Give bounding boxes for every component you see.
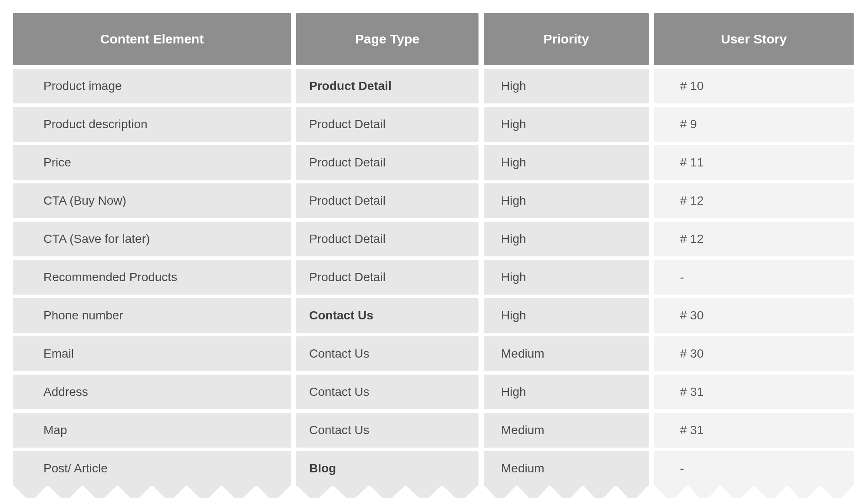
header-page-type: Page Type — [296, 13, 479, 65]
cell-page-type: Product Detail — [296, 260, 479, 295]
cell-user-story-text: # 9 — [680, 117, 697, 131]
cell-user-story-text: # 10 — [680, 79, 704, 93]
cell-page-type-text: Product Detail — [309, 117, 386, 131]
cell-user-story: # 12 — [654, 222, 854, 256]
cell-user-story-text: # 12 — [680, 232, 704, 246]
cell-content-element: Map — [13, 413, 291, 448]
cell-user-story-text: - — [680, 270, 684, 284]
cell-page-type-text: Product Detail — [309, 270, 386, 284]
cell-page-type-text: Product Detail — [309, 194, 386, 208]
cell-content-element: Recommended Products — [13, 260, 291, 295]
cell-page-type-text: Product Detail — [309, 156, 386, 169]
cell-priority-text: High — [501, 79, 526, 93]
torn-edge-icon — [13, 485, 291, 498]
cell-priority: High — [484, 260, 649, 295]
cell-priority-text: High — [501, 385, 526, 399]
cell-page-type: Contact Us — [296, 336, 479, 371]
cell-page-type: Contact Us — [296, 413, 479, 448]
cell-priority-text: High — [501, 156, 526, 169]
cell-page-type-text: Contact Us — [309, 423, 370, 437]
cell-user-story-text: # 30 — [680, 309, 704, 322]
cell-user-story-text: # 30 — [680, 347, 704, 361]
cell-content-element-text: Product image — [43, 79, 122, 93]
cell-priority: High — [484, 222, 649, 256]
cell-priority: Medium — [484, 451, 649, 486]
table-row: CTA (Buy Now)Product DetailHigh# 12 — [13, 183, 855, 218]
cell-content-element: CTA (Save for later) — [13, 222, 291, 256]
table-row: MapContact UsMedium# 31 — [13, 413, 855, 448]
cell-user-story: # 30 — [654, 298, 854, 333]
cell-content-element-text: Price — [43, 156, 71, 169]
cell-user-story: - — [654, 451, 854, 486]
cell-user-story-text: # 31 — [680, 385, 704, 399]
cell-priority: Medium — [484, 336, 649, 371]
table-row: Recommended ProductsProduct DetailHigh- — [13, 260, 855, 295]
header-priority: Priority — [484, 13, 649, 65]
cell-page-type-text: Contact Us — [309, 309, 373, 322]
table-row: Post/ ArticleBlogMedium- — [13, 451, 855, 486]
table-row: AddressContact UsHigh# 31 — [13, 375, 855, 409]
cell-user-story: # 30 — [654, 336, 854, 371]
cell-page-type: Product Detail — [296, 183, 479, 218]
cell-content-element: Phone number — [13, 298, 291, 333]
cell-priority: High — [484, 298, 649, 333]
header-user-story: User Story — [654, 13, 854, 65]
cell-user-story: # 31 — [654, 413, 854, 448]
cell-content-element-text: CTA (Save for later) — [43, 232, 150, 246]
cell-priority-text: High — [501, 309, 526, 322]
cell-priority-text: Medium — [501, 461, 545, 475]
cell-user-story: - — [654, 260, 854, 295]
cell-content-element-text: CTA (Buy Now) — [43, 194, 126, 208]
cell-content-element: Address — [13, 375, 291, 409]
cell-priority-text: Medium — [501, 423, 545, 437]
cell-page-type: Product Detail — [296, 69, 479, 103]
table-row: Product imageProduct DetailHigh# 10 — [13, 69, 855, 103]
cell-page-type: Product Detail — [296, 222, 479, 256]
cell-page-type: Contact Us — [296, 298, 479, 333]
cell-user-story-text: - — [680, 461, 684, 475]
cell-content-element-text: Email — [43, 347, 74, 361]
cell-content-element-text: Product description — [43, 117, 148, 131]
cell-page-type-text: Product Detail — [309, 232, 386, 246]
header-content-element: Content Element — [13, 13, 291, 65]
table-row: Phone numberContact UsHigh# 30 — [13, 298, 855, 333]
torn-edge-icon — [654, 485, 854, 498]
table-row: PriceProduct DetailHigh# 11 — [13, 145, 855, 180]
cell-priority: High — [484, 183, 649, 218]
cell-page-type-text: Product Detail — [309, 79, 392, 93]
cell-content-element-text: Recommended Products — [43, 270, 177, 284]
cell-content-element-text: Map — [43, 423, 67, 437]
cell-content-element-text: Phone number — [43, 309, 123, 322]
cell-content-element-text: Post/ Article — [43, 461, 108, 475]
cell-content-element: Product description — [13, 107, 291, 142]
cell-user-story-text: # 11 — [680, 156, 704, 169]
cell-page-type-text: Contact Us — [309, 347, 370, 361]
table-row: Product descriptionProduct DetailHigh# 9 — [13, 107, 855, 142]
cell-user-story: # 11 — [654, 145, 854, 180]
cell-content-element-text: Address — [43, 385, 88, 399]
cell-user-story: # 10 — [654, 69, 854, 103]
cell-priority: High — [484, 145, 649, 180]
cell-user-story-text: # 31 — [680, 423, 704, 437]
cell-priority-text: Medium — [501, 347, 545, 361]
cell-page-type: Blog — [296, 451, 479, 486]
torn-edge-icon — [484, 485, 649, 498]
cell-user-story: # 12 — [654, 183, 854, 218]
cell-user-story-text: # 12 — [680, 194, 704, 208]
table-row: EmailContact UsMedium# 30 — [13, 336, 855, 371]
cell-page-type-text: Contact Us — [309, 385, 370, 399]
table-header-row: Content Element Page Type Priority User … — [13, 13, 855, 65]
cell-content-element: Email — [13, 336, 291, 371]
torn-edge-icon — [296, 485, 479, 498]
cell-page-type: Product Detail — [296, 107, 479, 142]
cell-priority-text: High — [501, 117, 526, 131]
cell-priority: Medium — [484, 413, 649, 448]
cell-content-element: Price — [13, 145, 291, 180]
cell-page-type: Product Detail — [296, 145, 479, 180]
cell-priority: High — [484, 107, 649, 142]
cell-page-type: Contact Us — [296, 375, 479, 409]
cell-priority-text: High — [501, 232, 526, 246]
cell-user-story: # 31 — [654, 375, 854, 409]
cell-priority: High — [484, 69, 649, 103]
table-row: CTA (Save for later)Product DetailHigh# … — [13, 222, 855, 256]
